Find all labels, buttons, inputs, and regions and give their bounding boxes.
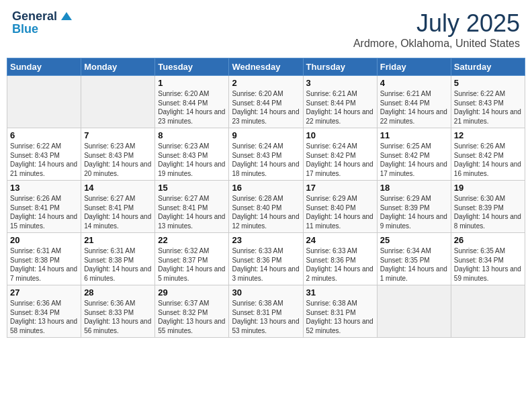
calendar-cell: 14Sunrise: 6:27 AMSunset: 8:41 PMDayligh… — [81, 181, 155, 233]
cell-info: Sunrise: 6:24 AMSunset: 8:43 PMDaylight:… — [232, 142, 300, 178]
cell-info: Sunrise: 6:32 AMSunset: 8:37 PMDaylight:… — [158, 246, 226, 283]
cell-info: Sunrise: 6:22 AMSunset: 8:43 PMDaylight:… — [10, 142, 78, 178]
title-block: July 2025 Ardmore, Oklahoma, United Stat… — [353, 9, 520, 50]
cell-info: Sunrise: 6:34 AMSunset: 8:35 PMDaylight:… — [380, 246, 448, 283]
calendar-cell: 28Sunrise: 6:36 AMSunset: 8:33 PMDayligh… — [81, 285, 155, 338]
calendar-cell: 1Sunrise: 6:20 AMSunset: 8:44 PMDaylight… — [155, 76, 229, 128]
calendar-cell: 16Sunrise: 6:28 AMSunset: 8:40 PMDayligh… — [229, 181, 303, 233]
calendar-cell: 3Sunrise: 6:21 AMSunset: 8:44 PMDaylight… — [303, 76, 377, 128]
day-number: 25 — [380, 235, 448, 245]
cell-info: Sunrise: 6:21 AMSunset: 8:44 PMDaylight:… — [380, 89, 448, 126]
calendar-cell — [377, 285, 451, 338]
cell-info: Sunrise: 6:20 AMSunset: 8:44 PMDaylight:… — [232, 89, 300, 126]
day-number: 21 — [84, 235, 152, 245]
day-number: 5 — [454, 78, 522, 88]
day-number: 23 — [232, 235, 300, 245]
calendar-cell: 13Sunrise: 6:26 AMSunset: 8:41 PMDayligh… — [7, 181, 81, 233]
cell-info: Sunrise: 6:37 AMSunset: 8:32 PMDaylight:… — [158, 299, 226, 335]
col-saturday: Saturday — [451, 58, 525, 76]
cell-info: Sunrise: 6:20 AMSunset: 8:44 PMDaylight:… — [158, 89, 226, 126]
col-friday: Friday — [377, 58, 451, 76]
calendar-cell: 12Sunrise: 6:26 AMSunset: 8:42 PMDayligh… — [451, 128, 525, 181]
svg-marker-0 — [61, 12, 72, 20]
col-wednesday: Wednesday — [229, 58, 303, 76]
calendar-cell: 8Sunrise: 6:23 AMSunset: 8:43 PMDaylight… — [155, 128, 229, 181]
calendar-cell: 30Sunrise: 6:38 AMSunset: 8:31 PMDayligh… — [229, 285, 303, 338]
cell-info: Sunrise: 6:36 AMSunset: 8:34 PMDaylight:… — [10, 299, 78, 335]
day-number: 1 — [158, 78, 226, 88]
month-title: July 2025 — [353, 9, 520, 38]
cell-info: Sunrise: 6:24 AMSunset: 8:42 PMDaylight:… — [306, 142, 374, 178]
calendar-cell: 26Sunrise: 6:35 AMSunset: 8:34 PMDayligh… — [451, 233, 525, 285]
cell-info: Sunrise: 6:22 AMSunset: 8:43 PMDaylight:… — [454, 89, 522, 126]
day-number: 30 — [232, 287, 300, 298]
col-thursday: Thursday — [303, 58, 377, 76]
calendar-week-row: 20Sunrise: 6:31 AMSunset: 8:38 PMDayligh… — [7, 233, 525, 285]
day-number: 24 — [306, 235, 374, 245]
col-tuesday: Tuesday — [155, 58, 229, 76]
cell-info: Sunrise: 6:26 AMSunset: 8:42 PMDaylight:… — [454, 142, 522, 178]
header-row: Sunday Monday Tuesday Wednesday Thursday… — [7, 58, 525, 76]
logo-icon — [58, 9, 72, 23]
cell-info: Sunrise: 6:38 AMSunset: 8:31 PMDaylight:… — [232, 299, 300, 335]
col-monday: Monday — [81, 58, 155, 76]
day-number: 15 — [158, 183, 226, 193]
calendar-cell — [81, 76, 155, 128]
day-number: 26 — [454, 235, 522, 245]
cell-info: Sunrise: 6:35 AMSunset: 8:34 PMDaylight:… — [454, 246, 522, 283]
calendar-cell: 2Sunrise: 6:20 AMSunset: 8:44 PMDaylight… — [229, 76, 303, 128]
calendar-cell — [7, 76, 81, 128]
day-number: 28 — [84, 287, 152, 298]
day-number: 12 — [454, 130, 522, 140]
calendar-cell — [451, 285, 525, 338]
cell-info: Sunrise: 6:27 AMSunset: 8:41 PMDaylight:… — [84, 194, 152, 230]
cell-info: Sunrise: 6:29 AMSunset: 8:40 PMDaylight:… — [306, 194, 374, 230]
calendar-week-row: 13Sunrise: 6:26 AMSunset: 8:41 PMDayligh… — [7, 181, 525, 233]
calendar-cell: 24Sunrise: 6:33 AMSunset: 8:36 PMDayligh… — [303, 233, 377, 285]
calendar-cell: 4Sunrise: 6:21 AMSunset: 8:44 PMDaylight… — [377, 76, 451, 128]
day-number: 18 — [380, 183, 448, 193]
day-number: 20 — [10, 235, 78, 245]
calendar-cell: 21Sunrise: 6:31 AMSunset: 8:38 PMDayligh… — [81, 233, 155, 285]
calendar-cell: 10Sunrise: 6:24 AMSunset: 8:42 PMDayligh… — [303, 128, 377, 181]
cell-info: Sunrise: 6:30 AMSunset: 8:39 PMDaylight:… — [454, 194, 522, 230]
day-number: 9 — [232, 130, 300, 140]
calendar-cell: 9Sunrise: 6:24 AMSunset: 8:43 PMDaylight… — [229, 128, 303, 181]
cell-info: Sunrise: 6:29 AMSunset: 8:39 PMDaylight:… — [380, 194, 448, 230]
cell-info: Sunrise: 6:33 AMSunset: 8:36 PMDaylight:… — [306, 246, 374, 283]
logo: General Blue — [12, 9, 72, 35]
calendar-cell: 11Sunrise: 6:25 AMSunset: 8:42 PMDayligh… — [377, 128, 451, 181]
day-number: 3 — [306, 78, 374, 88]
cell-info: Sunrise: 6:28 AMSunset: 8:40 PMDaylight:… — [232, 194, 300, 230]
calendar-week-row: 1Sunrise: 6:20 AMSunset: 8:44 PMDaylight… — [7, 76, 525, 128]
day-number: 31 — [306, 287, 374, 298]
logo-blue-text: Blue — [12, 23, 38, 35]
day-number: 29 — [158, 287, 226, 298]
calendar-cell: 27Sunrise: 6:36 AMSunset: 8:34 PMDayligh… — [7, 285, 81, 338]
day-number: 8 — [158, 130, 226, 140]
calendar-cell: 25Sunrise: 6:34 AMSunset: 8:35 PMDayligh… — [377, 233, 451, 285]
calendar-body: 1Sunrise: 6:20 AMSunset: 8:44 PMDaylight… — [7, 76, 525, 338]
day-number: 6 — [10, 130, 78, 140]
day-number: 14 — [84, 183, 152, 193]
calendar-cell: 22Sunrise: 6:32 AMSunset: 8:37 PMDayligh… — [155, 233, 229, 285]
day-number: 10 — [306, 130, 374, 140]
cell-info: Sunrise: 6:23 AMSunset: 8:43 PMDaylight:… — [158, 142, 226, 178]
calendar-cell: 19Sunrise: 6:30 AMSunset: 8:39 PMDayligh… — [451, 181, 525, 233]
cell-info: Sunrise: 6:26 AMSunset: 8:41 PMDaylight:… — [10, 194, 78, 230]
calendar-cell: 17Sunrise: 6:29 AMSunset: 8:40 PMDayligh… — [303, 181, 377, 233]
cell-info: Sunrise: 6:31 AMSunset: 8:38 PMDaylight:… — [84, 246, 152, 283]
day-number: 27 — [10, 287, 78, 298]
location-subtitle: Ardmore, Oklahoma, United States — [353, 38, 520, 50]
cell-info: Sunrise: 6:23 AMSunset: 8:43 PMDaylight:… — [84, 142, 152, 178]
calendar-cell: 7Sunrise: 6:23 AMSunset: 8:43 PMDaylight… — [81, 128, 155, 181]
day-number: 2 — [232, 78, 300, 88]
calendar-cell: 23Sunrise: 6:33 AMSunset: 8:36 PMDayligh… — [229, 233, 303, 285]
cell-info: Sunrise: 6:38 AMSunset: 8:31 PMDaylight:… — [306, 299, 374, 335]
calendar-table: Sunday Monday Tuesday Wednesday Thursday… — [7, 58, 525, 338]
calendar-cell: 5Sunrise: 6:22 AMSunset: 8:43 PMDaylight… — [451, 76, 525, 128]
calendar-cell: 6Sunrise: 6:22 AMSunset: 8:43 PMDaylight… — [7, 128, 81, 181]
day-number: 22 — [158, 235, 226, 245]
calendar-week-row: 6Sunrise: 6:22 AMSunset: 8:43 PMDaylight… — [7, 128, 525, 181]
day-number: 13 — [10, 183, 78, 193]
